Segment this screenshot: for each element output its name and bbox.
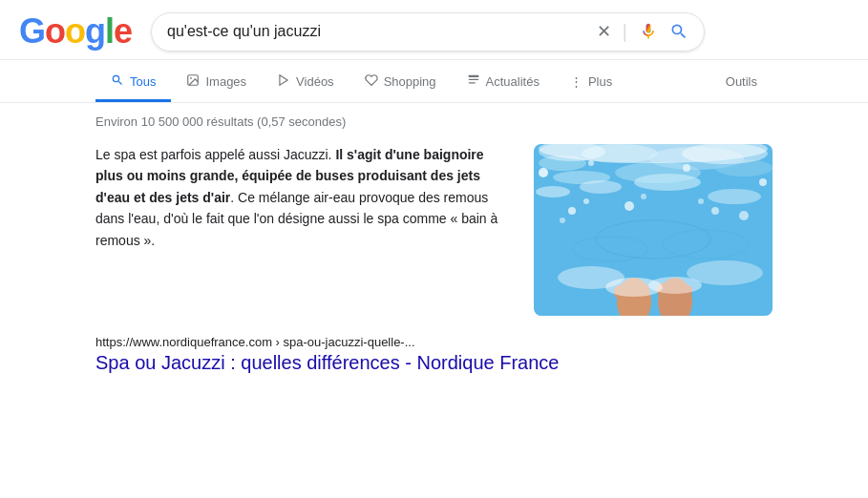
snippet-image	[534, 144, 773, 316]
svg-point-46	[687, 260, 763, 285]
shopping-icon	[365, 73, 378, 90]
svg-rect-42	[661, 292, 689, 316]
logo-letter-e: e	[114, 11, 132, 52]
divider: |	[623, 21, 627, 43]
svg-point-18	[583, 198, 589, 204]
svg-point-48	[759, 178, 767, 186]
tab-shopping-label: Shopping	[384, 74, 436, 89]
svg-point-50	[683, 164, 690, 172]
tab-plus-label: Plus	[588, 74, 612, 89]
search-result: https://www.nordiquefrance.com › spa-ou-…	[95, 335, 773, 376]
svg-point-23	[698, 198, 704, 204]
tab-shopping[interactable]: Shopping	[349, 64, 452, 102]
page-header: Google ✕ |	[0, 0, 868, 60]
logo-letter-o1: o	[45, 11, 65, 52]
tous-icon	[111, 73, 124, 90]
google-logo[interactable]: Google	[19, 11, 132, 52]
mic-icon[interactable]	[639, 22, 658, 41]
result-title-text: Spa ou Jacuzzi : quelles différences - N…	[95, 352, 559, 373]
svg-rect-5	[468, 82, 475, 83]
results-count: Environ 10 500 000 résultats (0,57 secon…	[95, 114, 773, 129]
tab-outils-label: Outils	[726, 74, 757, 89]
svg-point-21	[641, 194, 646, 199]
svg-point-53	[682, 144, 768, 164]
svg-point-1	[191, 77, 193, 79]
images-icon	[186, 73, 200, 90]
snippet-text-before: Le spa est parfois appelé aussi Jacuzzi.	[95, 147, 335, 162]
svg-marker-2	[280, 75, 287, 86]
svg-point-16	[708, 189, 761, 204]
search-input[interactable]	[167, 23, 587, 40]
search-button[interactable]	[669, 22, 688, 41]
svg-point-19	[560, 218, 565, 223]
tab-actualites-label: Actualités	[486, 74, 540, 89]
main-content: Environ 10 500 000 résultats (0,57 secon…	[0, 103, 868, 395]
svg-point-24	[739, 211, 749, 220]
plus-icon: ⋮	[570, 74, 582, 89]
logo-letter-o2: o	[65, 11, 85, 52]
tab-plus[interactable]: ⋮ Plus	[555, 65, 627, 101]
tab-outils[interactable]: Outils	[710, 65, 773, 101]
featured-snippet: Le spa est parfois appelé aussi Jacuzzi.…	[95, 144, 773, 316]
result-url-text: https://www.nordiquefrance.com › spa-ou-…	[95, 335, 415, 349]
svg-point-15	[634, 174, 701, 191]
search-icon-group: ✕ |	[597, 21, 688, 43]
logo-letter-g: G	[19, 11, 45, 52]
clear-icon[interactable]: ✕	[597, 23, 611, 40]
svg-point-45	[558, 266, 625, 289]
svg-point-47	[539, 168, 548, 177]
tab-videos[interactable]: Vidéos	[262, 64, 349, 102]
result-url: https://www.nordiquefrance.com › spa-ou-…	[95, 335, 773, 349]
svg-rect-4	[468, 79, 478, 80]
svg-point-17	[568, 207, 576, 215]
tab-videos-label: Vidéos	[296, 74, 334, 89]
tab-tous-label: Tous	[130, 74, 156, 89]
logo-letter-g2: g	[85, 11, 105, 52]
logo-letter-l: l	[105, 11, 114, 52]
result-title[interactable]: Spa ou Jacuzzi : quelles différences - N…	[95, 352, 559, 373]
nav-tabs: Tous Images Vidéos Shopping Actualités ⋮…	[0, 60, 868, 103]
svg-point-22	[711, 207, 719, 215]
svg-point-20	[625, 201, 634, 211]
videos-icon	[277, 73, 290, 90]
svg-point-49	[588, 160, 594, 166]
svg-point-14	[580, 180, 622, 194]
snippet-text: Le spa est parfois appelé aussi Jacuzzi.…	[95, 144, 505, 251]
svg-point-13	[536, 186, 570, 197]
search-bar: ✕ |	[151, 12, 705, 52]
actualites-icon	[467, 73, 480, 90]
tab-images-label: Images	[205, 74, 246, 89]
tab-tous[interactable]: Tous	[95, 64, 171, 102]
tab-actualites[interactable]: Actualités	[452, 64, 555, 102]
tab-images[interactable]: Images	[171, 64, 262, 102]
svg-rect-3	[468, 75, 478, 77]
